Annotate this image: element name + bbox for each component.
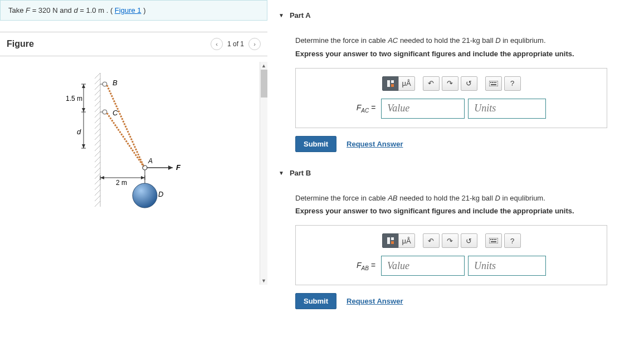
svg-line-8 (95, 112, 100, 118)
reset-icon[interactable]: ↺ (461, 233, 477, 248)
svg-rect-70 (490, 239, 491, 240)
figure-link[interactable]: Figure 1 (115, 6, 142, 14)
svg-marker-33 (168, 165, 173, 170)
svg-text:1.5 m: 1.5 m (66, 95, 82, 103)
svg-line-23 (95, 196, 100, 201)
svg-text:C: C (113, 109, 118, 117)
units-button[interactable]: μÅ (398, 76, 415, 91)
svg-rect-66 (387, 237, 390, 244)
svg-point-35 (133, 183, 157, 208)
svg-line-15 (95, 151, 100, 157)
instruction-text-3: = 1.0 m . ( (80, 6, 113, 14)
keyboard-icon[interactable] (485, 233, 502, 248)
part-a-answer-box: μÅ ↶ ↷ ↺ ? FAC = (295, 68, 607, 128)
part-a-title: Part A (290, 11, 311, 19)
svg-line-14 (95, 145, 100, 151)
instruction-text-2: = 320 N and (32, 6, 74, 14)
svg-line-9 (95, 118, 100, 123)
part-a-header[interactable]: ▼ Part A (279, 6, 633, 25)
pager-label: 1 of 1 (227, 40, 244, 48)
part-b-request-answer-link[interactable]: Request Answer (347, 297, 403, 305)
chevron-down-icon: ▼ (279, 170, 284, 176)
part-a-value-input[interactable] (381, 99, 465, 119)
svg-text:A: A (148, 157, 153, 165)
svg-rect-60 (489, 81, 498, 86)
var-F: F (26, 6, 30, 14)
svg-line-6 (95, 101, 100, 106)
part-b-toolbar: μÅ ↶ ↷ ↺ ? (304, 233, 599, 248)
svg-text:F: F (176, 163, 181, 172)
svg-rect-74 (491, 241, 496, 242)
units-button[interactable]: μÅ (398, 233, 415, 248)
svg-line-24 (95, 201, 100, 207)
svg-line-18 (95, 168, 100, 173)
svg-line-2 (95, 79, 100, 84)
svg-marker-44 (82, 84, 85, 88)
svg-rect-59 (391, 84, 394, 87)
reset-icon[interactable]: ↺ (461, 76, 477, 91)
part-a-prompt: Determine the force in cable AC needed t… (295, 35, 633, 46)
svg-rect-69 (489, 238, 498, 243)
svg-line-3 (95, 84, 100, 90)
instruction-text-1: Take (8, 6, 26, 14)
svg-line-12 (95, 134, 100, 140)
svg-line-30 (107, 113, 144, 167)
scroll-down-icon[interactable]: ▼ (260, 277, 267, 285)
part-b-submit-button[interactable]: Submit (295, 293, 336, 309)
svg-line-19 (95, 173, 100, 179)
part-b-variable: FAB = (357, 261, 378, 271)
scroll-up-icon[interactable]: ▲ (260, 62, 267, 70)
svg-line-29 (107, 85, 144, 167)
instruction-box: Take F = 320 N and d = 1.0 m . ( Figure … (0, 0, 267, 21)
part-a-variable: FAC = (357, 103, 378, 114)
instruction-text-4: ) (143, 6, 145, 14)
var-d: d (74, 6, 77, 14)
svg-text:D: D (158, 190, 163, 198)
part-b-title: Part B (290, 169, 311, 177)
part-b-value-input[interactable] (381, 256, 465, 276)
redo-icon[interactable]: ↷ (442, 233, 458, 248)
figure-title: Figure (7, 39, 34, 49)
svg-line-13 (95, 140, 100, 145)
redo-icon[interactable]: ↷ (442, 76, 458, 91)
svg-text:d: d (77, 128, 81, 136)
svg-line-20 (95, 179, 100, 184)
part-a-instruction: Express your answer to two significant f… (295, 50, 633, 58)
part-a-request-answer-link[interactable]: Request Answer (347, 140, 403, 148)
svg-line-16 (95, 157, 100, 162)
svg-rect-64 (495, 82, 496, 83)
keyboard-icon[interactable] (485, 76, 502, 91)
part-a-submit-button[interactable]: Submit (295, 136, 336, 152)
part-a-toolbar: μÅ ↶ ↷ ↺ ? (304, 76, 599, 91)
svg-rect-65 (491, 84, 496, 85)
undo-icon[interactable]: ↶ (423, 76, 440, 91)
figure-scrollbar[interactable]: ▲ ▼ (260, 62, 267, 285)
svg-marker-49 (82, 144, 85, 148)
pager-prev-button[interactable]: ‹ (211, 38, 223, 50)
svg-marker-45 (82, 108, 85, 112)
part-b-units-input[interactable] (468, 256, 546, 276)
svg-line-11 (95, 129, 100, 134)
help-button[interactable]: ? (504, 76, 521, 91)
part-b-prompt: Determine the force in cable AB needed t… (295, 193, 633, 204)
part-a-units-input[interactable] (468, 99, 546, 119)
templates-icon[interactable] (382, 76, 399, 91)
scroll-thumb[interactable] (261, 70, 267, 97)
svg-text:2 m: 2 m (116, 179, 127, 187)
part-b-answer-box: μÅ ↶ ↷ ↺ ? FAB = (295, 225, 607, 285)
svg-rect-61 (490, 82, 491, 83)
help-button[interactable]: ? (504, 233, 521, 248)
pager-next-button[interactable]: › (248, 38, 261, 50)
svg-rect-67 (391, 237, 394, 240)
svg-line-1 (95, 73, 100, 79)
svg-line-22 (95, 190, 100, 196)
svg-rect-57 (387, 80, 390, 87)
svg-rect-68 (391, 241, 394, 244)
svg-point-31 (143, 165, 147, 170)
svg-line-4 (95, 90, 100, 95)
svg-line-5 (95, 95, 100, 101)
undo-icon[interactable]: ↶ (423, 233, 440, 248)
templates-icon[interactable] (382, 233, 399, 248)
part-b-header[interactable]: ▼ Part B (279, 163, 633, 183)
svg-rect-63 (494, 82, 495, 83)
